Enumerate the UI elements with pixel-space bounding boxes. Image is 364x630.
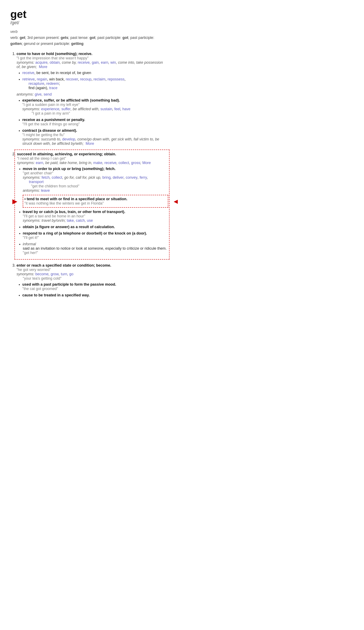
subdef-tend: ► • tend to meet with or find in a speci… xyxy=(17,195,167,208)
subdef-informal: informal said as an invitation to notice… xyxy=(23,242,167,255)
subdef-1-1: receive, be sent, be in receipt of, be g… xyxy=(22,71,167,75)
syn-receive2[interactable]: receive xyxy=(22,71,34,75)
subdef-respond: respond to a ring of (a telephone or doo… xyxy=(23,231,167,240)
syn-fetch[interactable]: fetch xyxy=(41,176,50,180)
syn-sustain[interactable]: sustain xyxy=(100,107,112,111)
syn-transport[interactable]: transport xyxy=(29,180,44,184)
syn-make[interactable]: make xyxy=(93,161,102,165)
subdef-cause: cause to be treated in a specified way. xyxy=(22,293,167,298)
syn-develop[interactable]: develop xyxy=(62,137,75,141)
definition-3: enter or reach a specified state or cond… xyxy=(16,263,167,298)
subdef-passive: used with a past participle to form the … xyxy=(22,282,167,291)
def-2-main: succeed in attaining, achieving, or expe… xyxy=(17,152,116,156)
syn-become[interactable]: become xyxy=(35,272,48,276)
subdef-calculate: obtain (a figure or answer) as a result … xyxy=(23,225,167,229)
subdef-experience: experience, suffer, or be afflicted with… xyxy=(22,98,167,116)
def-2-subdefs: move in order to pick up or bring (somet… xyxy=(17,167,167,255)
def-2-synonyms: synonyms: earn, be paid, take home, brin… xyxy=(17,161,151,165)
def-3-example: "he got very worried" xyxy=(16,268,51,272)
definition-2: succeed in attaining, achieving, or expe… xyxy=(16,150,167,260)
definitions-list: come to have or hold (something); receiv… xyxy=(10,52,167,298)
def-3-synonyms: synonyms: become, grow, turn, go xyxy=(16,272,73,276)
syn-convey[interactable]: convey xyxy=(126,176,137,180)
syn-earn[interactable]: earn xyxy=(101,60,108,64)
syn-use[interactable]: use xyxy=(87,218,93,222)
more-link-contract[interactable]: More xyxy=(86,142,94,146)
syn-have[interactable]: have xyxy=(122,107,130,111)
syn-trace[interactable]: trace xyxy=(49,86,57,90)
syn-redeem[interactable]: redeem xyxy=(46,82,59,86)
syn-gross[interactable]: gross xyxy=(131,161,140,165)
syn-acquire[interactable]: acquire xyxy=(35,60,47,64)
syn-turn[interactable]: turn xyxy=(61,272,67,276)
tend-highlight: ► • tend to meet with or find in a speci… xyxy=(23,195,168,208)
syn-collect2[interactable]: collect xyxy=(52,176,62,180)
more-link-2[interactable]: More xyxy=(142,161,151,165)
syn-recoup[interactable]: recoup xyxy=(80,77,91,81)
def-1-synonyms: synonyms: acquire, obtain, come by, rece… xyxy=(16,60,163,69)
syn-go[interactable]: go xyxy=(69,272,73,276)
subdef-punishment: receive as a punishment or penalty. "I'l… xyxy=(22,118,167,126)
syn-suffer[interactable]: suffer xyxy=(61,107,71,111)
def-2-example: "I need all the sleep I can get" xyxy=(17,156,66,160)
def-1-example: "I got the impression that she wasn't ha… xyxy=(16,56,88,60)
syn-regain[interactable]: regain xyxy=(37,77,47,81)
definition-1: come to have or hold (something); receiv… xyxy=(16,52,167,146)
syn-bring[interactable]: bring xyxy=(102,176,111,180)
syn-take[interactable]: take xyxy=(67,218,74,222)
def-1-main: come to have or hold (something); receiv… xyxy=(16,52,92,56)
syn-recover[interactable]: recover xyxy=(66,77,78,81)
syn-repossess[interactable]: repossess xyxy=(107,77,124,81)
syn-retrieve[interactable]: retrieve xyxy=(22,77,35,81)
syn-earn2[interactable]: earn xyxy=(36,161,43,165)
syn-catch[interactable]: catch xyxy=(76,218,85,222)
syn-win[interactable]: win xyxy=(110,60,116,64)
inflections: verb: get; 3rd person present: gets; pas… xyxy=(10,35,167,47)
def-1-subdefs: receive, be sent, be in receipt of, be g… xyxy=(16,71,167,90)
subdef-1-2: retrieve, regain, win back, recover, rec… xyxy=(22,77,167,90)
part-of-speech: verb xyxy=(10,30,167,34)
subdef-travel: travel by or catch (a bus, train, or oth… xyxy=(23,210,167,223)
syn-ferry[interactable]: ferry xyxy=(139,176,147,180)
syn-obtain[interactable]: obtain xyxy=(50,60,60,64)
def-1-antonyms: antonyms: give, send xyxy=(16,92,167,96)
def-1-further: experience, suffer, or be afflicted with… xyxy=(16,98,167,146)
subdef-contract: contract (a disease or ailment). "I migh… xyxy=(22,128,167,146)
syn-collect[interactable]: collect xyxy=(118,161,129,165)
syn-recapture[interactable]: recapture xyxy=(28,82,44,86)
syn-experience[interactable]: experience xyxy=(41,107,59,111)
pronunciation: /get/ xyxy=(10,20,167,26)
syn-receive3[interactable]: receive xyxy=(104,161,116,165)
def-3-main: enter or reach a specified state or cond… xyxy=(16,263,111,268)
section-2-highlight: succeed in attaining, achieving, or expe… xyxy=(14,150,169,260)
subdef-fetch: move in order to pick up or bring (somet… xyxy=(23,167,167,193)
ant-leave[interactable]: leave xyxy=(41,188,50,192)
syn-reclaim[interactable]: reclaim xyxy=(93,77,105,81)
ant-give[interactable]: give xyxy=(35,92,41,96)
syn-receive[interactable]: receive xyxy=(78,60,90,64)
more-link-1[interactable]: More xyxy=(39,65,47,69)
syn-grow[interactable]: grow xyxy=(51,272,59,276)
ant-send[interactable]: send xyxy=(44,92,52,96)
syn-feel[interactable]: feel xyxy=(114,107,120,111)
syn-deliver[interactable]: deliver xyxy=(113,176,124,180)
def-3-subdefs: used with a past participle to form the … xyxy=(16,282,167,298)
word-title: get xyxy=(10,8,167,20)
syn-gain[interactable]: gain xyxy=(92,60,99,64)
